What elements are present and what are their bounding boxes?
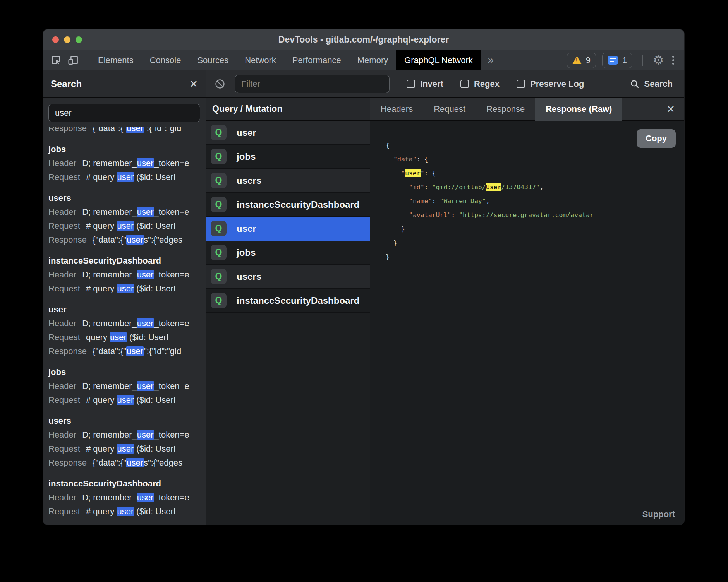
devtools-tab-strip: ElementsConsoleSourcesNetworkPerformance… [90,50,481,70]
result-row-label: Header [48,270,76,279]
search-result-row[interactable]: Request# query user ($id: UserI [48,219,200,233]
search-result-heading[interactable]: instanceSecurityDashboard [48,254,200,268]
match-highlight: user [126,235,144,245]
checkbox-label: Regex [474,79,500,89]
query-list-item-instancesecuritydashboard[interactable]: QinstanceSecurityDashboard [206,193,370,217]
query-list-item-user[interactable]: Quser [206,217,370,241]
toolbar-right-controls: 9 1 ⚙ [567,53,684,68]
query-list-header: Query / Mutation [206,98,370,121]
query-list-item-jobs[interactable]: Qjobs [206,241,370,265]
detail-tab-response[interactable]: Response [476,98,535,121]
search-result-row[interactable]: Response{"data":{"user":{"id":"gid [48,127,200,135]
search-result-heading[interactable]: user [48,303,200,317]
issues-badge[interactable]: 1 [602,53,632,68]
search-result-row[interactable]: HeaderD; remember_user_token=e [48,268,200,282]
search-result-heading[interactable]: users [48,414,200,428]
result-text: ($id: UserI [134,444,176,454]
settings-gear-icon[interactable]: ⚙ [653,54,664,66]
more-tabs-chevron-icon[interactable]: » [481,54,501,66]
json-token: "avatarUrl" [409,211,451,219]
detail-tab-request[interactable]: Request [423,98,476,121]
result-text: {"data":{" [93,235,126,245]
json-match-highlight: User [486,183,501,191]
match-highlight: user [137,493,154,502]
search-result-row[interactable]: Request# query user ($id: UserI [48,282,200,296]
devtools-tab-elements[interactable]: Elements [90,50,142,70]
detail-body: Copy {"data": {"user": {"id": "gid://git… [370,121,684,525]
search-result-row[interactable]: Request# query user ($id: UserI [48,393,200,407]
query-list-panel: Query / Mutation QuserQjobsQusersQinstan… [206,98,370,525]
detail-tab-headers[interactable]: Headers [370,98,423,121]
filter-input[interactable] [235,75,390,93]
result-text: # query [86,444,117,454]
match-highlight: user [117,221,134,231]
search-input[interactable] [48,104,200,122]
result-text: _token=e [154,207,189,217]
search-results: Response{"data":{"user":{"id":"gidjobsHe… [43,127,206,525]
result-row-label: Request [48,507,80,516]
search-result-row[interactable]: HeaderD; remember_user_token=e [48,379,200,393]
match-highlight: user [137,381,154,391]
devtools-tab-performance[interactable]: Performance [284,50,349,70]
devtools-tab-sources[interactable]: Sources [189,50,237,70]
search-result-row[interactable]: HeaderD; remember_user_token=e [48,317,200,330]
checkbox-box [407,80,415,88]
warnings-badge[interactable]: 9 [567,53,596,68]
search-result-heading[interactable]: jobs [48,365,200,379]
search-result-row[interactable]: Request# query user ($id: UserI [48,170,200,184]
query-item-label: users [237,271,261,282]
inspect-element-icon[interactable] [48,52,65,69]
json-token: : [451,211,459,219]
checkbox-regex[interactable]: Regex [460,79,500,89]
search-result-heading[interactable]: jobs [48,142,200,156]
query-list-item-jobs[interactable]: Qjobs [206,145,370,169]
search-result-row[interactable]: Response{"data":{"users":{"edges [48,233,200,247]
search-result-row[interactable]: Response{"data":{"users":{"edges [48,456,200,470]
search-result-row[interactable]: HeaderD; remember_user_token=e [48,491,200,505]
devtools-tab-console[interactable]: Console [142,50,189,70]
json-token: "Warren Day" [440,197,486,205]
json-token: "id" [409,183,424,191]
query-list-item-instancesecuritydashboard[interactable]: QinstanceSecurityDashboard [206,289,370,313]
search-result-row[interactable]: Requestquery user ($id: UserI [48,330,200,344]
search-result-row[interactable]: HeaderD; remember_user_token=e [48,428,200,442]
warning-icon [572,56,582,64]
support-link[interactable]: Support [642,509,675,519]
checkbox-box [517,80,525,88]
search-result-row[interactable]: Response{"data":{"user":{"id":"gid [48,344,200,358]
json-token: : [417,156,424,163]
result-text: # query [86,284,117,293]
result-row-label: Response [48,458,87,467]
close-detail-icon[interactable]: ✕ [666,104,675,114]
checkbox-box [460,80,469,88]
search-tool-button[interactable]: Search [630,79,673,89]
search-result-heading[interactable]: instanceSecurityDashboard [48,477,200,491]
match-highlight: user [137,207,154,217]
clear-requests-icon[interactable] [215,79,225,89]
detail-tab-response-raw-[interactable]: Response (Raw) [535,98,622,121]
device-toolbar-icon[interactable] [65,52,82,69]
filter-checkboxes: InvertRegexPreserve Log [390,79,584,89]
search-panel: Search ✕ Response{"data":{"user":{"id":"… [43,70,206,525]
match-highlight: user [117,507,134,516]
lower-panels: Query / Mutation QuserQjobsQusersQinstan… [206,98,684,525]
query-list-item-user[interactable]: Quser [206,121,370,145]
search-result-row[interactable]: Request# query user ($id: UserI [48,505,200,519]
more-options-icon[interactable] [670,56,676,65]
result-text: s":{"edges [144,235,182,245]
checkbox-preserve-log[interactable]: Preserve Log [517,79,584,89]
search-result-row[interactable]: Request# query user ($id: UserI [48,442,200,456]
devtools-tab-network[interactable]: Network [237,50,284,70]
devtools-tab-memory[interactable]: Memory [349,50,396,70]
search-result-row[interactable]: HeaderD; remember_user_token=e [48,205,200,219]
devtools-tab-graphql-network[interactable]: GraphQL Network [396,50,481,70]
checkbox-invert[interactable]: Invert [407,79,443,89]
query-list: QuserQjobsQusersQinstanceSecurityDashboa… [206,121,370,313]
query-list-item-users[interactable]: Qusers [206,265,370,289]
search-result-heading[interactable]: users [48,191,200,205]
close-search-icon[interactable]: ✕ [189,79,198,89]
search-result-row[interactable]: HeaderD; remember_user_token=e [48,156,200,170]
query-item-label: user [237,127,256,138]
json-line: "id": "gid://gitlab/User/13704317", [386,180,684,194]
query-list-item-users[interactable]: Qusers [206,169,370,193]
